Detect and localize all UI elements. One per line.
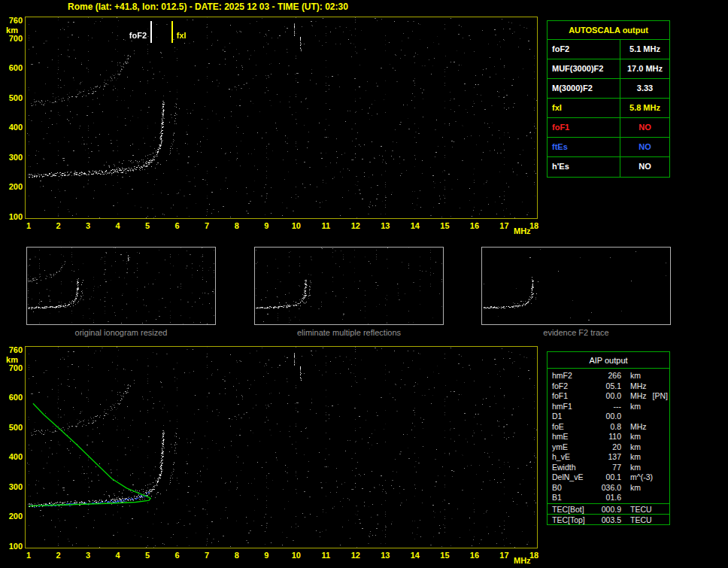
x-axis-tick: 11 [317,221,335,230]
autoscala-row-value: 5.8 MHz [620,99,669,117]
y-axis-tick: 100 [1,213,23,221]
y-axis-tick: 500 [1,424,23,432]
aip-row-label: Ewidth [552,463,596,473]
aip-row-value: 137 [596,452,621,463]
aip-row: B0036.0km [548,483,669,494]
thumbnail-caption: original ionogram resized [26,328,216,337]
aip-row-value: 0.8 [596,422,621,433]
autoscala-row: h'EsNO [548,157,669,177]
aip-row: Ewidth77km [548,463,669,473]
x-axis-tick: 13 [376,221,394,230]
aip-row-value: 00.0 [596,391,621,402]
x-axis-tick: 17 [495,551,513,560]
autoscala-row-label: ftEs [548,138,620,156]
autoscala-row: foF25.1 MHz [548,40,669,59]
aip-row: D100.0 [548,412,669,422]
aip-row-value: 00.1 [596,472,621,483]
aip-row: B101.6 [548,493,669,503]
aip-tec-label: TEC[Top] [552,515,596,524]
autoscala-row: ftEsNO [548,138,669,157]
y-axis-tick: 700 [1,364,23,372]
top-ionogram-canvas [26,17,537,218]
x-axis-tick: 12 [347,221,365,230]
aip-row: hmE110km [548,432,669,442]
aip-tec-row: TEC[Top]003.5TECU [548,514,669,524]
x-axis-tick: 5 [138,221,156,230]
aip-row-label: foF2 [552,381,596,392]
thumbnail-canvas [482,248,670,324]
thumbnail-caption: eliminate multiple reflections [254,328,444,337]
autoscala-row: M(3000)F23.33 [548,79,669,99]
x-axis-tick: 9 [257,551,275,560]
x-axis-tick: 13 [376,551,394,560]
x-axis-tick: 12 [347,551,365,560]
aip-table-rows: hmF2266kmfoF205.1MHzfoF100.0MHz[PN]hmF1-… [548,369,669,503]
x-axis-tick: 8 [228,551,246,560]
autoscala-table-rows: foF25.1 MHzMUF(3000)F217.0 MHzM(3000)F23… [548,40,669,177]
aip-row-unit: km [630,442,641,453]
x-axis-tick: 2 [50,551,68,560]
autoscala-row-label: fxI [548,99,620,117]
x-axis-tick: 16 [466,221,484,230]
aip-row: DelN_vE00.1m^(-3) [548,472,669,483]
x-axis-tick: 11 [317,551,335,560]
thumbnail-panel-1: eliminate multiple reflections [254,247,444,337]
thumbnail-frame [26,247,216,325]
top-ionogram-panel: foF2 fxI [25,17,538,219]
fxi-marker-line [171,21,173,43]
aip-row-label: hmE [552,432,596,442]
thumbnail-panel-2: evidence F2 trace [481,247,671,337]
aip-row-unit: km [630,463,641,473]
x-axis-tick: 7 [198,551,216,560]
x-axis-tick: 16 [466,551,484,560]
aip-row-unit: MHz [630,391,647,402]
x-axis-tick: 6 [168,551,187,560]
aip-tec-unit: TECU [630,515,652,524]
y-axis-unit: km [6,26,18,35]
autoscala-row-label: M(3000)F2 [548,79,620,98]
aip-tec-unit: TECU [630,505,652,514]
thumbnail-panel-0: original ionogram resized [26,247,216,337]
autoscala-row-value: 3.33 [620,79,669,98]
thumbnail-frame [481,247,671,325]
aip-row-label: hmF1 [552,402,596,412]
autoscala-row-value: NO [620,118,669,137]
aip-row-value: 20 [596,442,621,453]
x-axis-tick: 4 [109,221,127,230]
x-axis-tick: 15 [435,221,453,230]
x-axis-tick: 17 [495,221,513,230]
aip-row-label: B1 [552,493,596,503]
autoscala-row-value: NO [620,157,669,177]
bottom-ionogram-x-axis: 123456789101112131415161718MHz [25,551,559,566]
autoscala-row-label: h'Es [548,157,620,177]
aip-row-label: hmF2 [552,371,596,381]
x-axis-tick: 1 [20,221,38,230]
thumbnail-frame [254,247,444,325]
aip-row: foF100.0MHz[PN] [548,391,669,402]
x-axis-tick: 8 [228,221,246,230]
x-axis-tick: 1 [20,551,38,560]
top-ionogram-y-axis: 760700600500400300200100km [0,17,23,219]
y-axis-tick: 400 [1,453,23,461]
aip-tec-value: 003.5 [596,515,621,524]
autoscala-row-label: foF1 [548,118,620,137]
x-axis-tick: 2 [50,221,68,230]
autoscala-row: MUF(3000)F217.0 MHz [548,59,669,79]
aip-row-label: foF1 [552,391,596,402]
aip-row-label: DelN_vE [552,472,596,483]
y-axis-tick: 100 [1,542,23,551]
x-axis-unit: MHz [514,226,531,235]
autoscala-table-title: AUTOSCALA output [548,21,669,40]
y-axis-unit: km [6,356,18,364]
x-axis-tick: 7 [198,221,216,230]
aip-row-unit: MHz [630,422,647,433]
x-axis-tick: 10 [287,551,305,560]
y-axis-tick: 760 [1,346,23,354]
autoscala-row-value: 5.1 MHz [620,40,669,59]
x-axis-tick: 10 [287,221,305,230]
y-axis-tick: 200 [1,183,23,191]
thumbnail-caption: evidence F2 trace [481,328,671,337]
autoscala-row-value: NO [620,138,669,156]
aip-row-extra: [PN] [653,391,668,402]
autoscala-row-label: MUF(3000)F2 [548,59,620,78]
